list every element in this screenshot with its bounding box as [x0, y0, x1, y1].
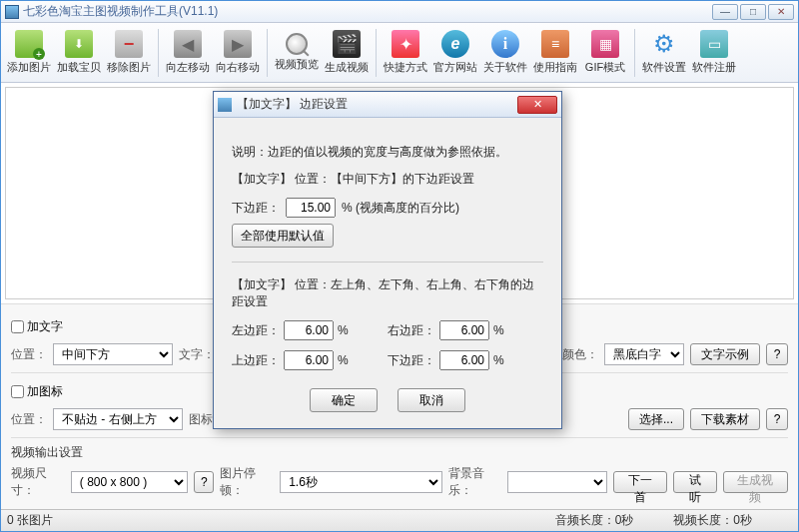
maximize-button[interactable]: □	[740, 4, 766, 20]
icon-help-button[interactable]: ?	[766, 408, 788, 430]
statusbar: 0 张图片 音频长度：0秒 视频长度：0秒	[1, 509, 798, 531]
size-help-button[interactable]: ?	[194, 471, 214, 493]
separator	[634, 29, 635, 77]
right-margin-input[interactable]	[439, 320, 489, 340]
register-icon	[700, 30, 728, 58]
info-icon	[491, 30, 519, 58]
load-icon	[65, 30, 93, 58]
magnifier-icon	[286, 33, 308, 55]
ok-button[interactable]: 确定	[310, 388, 378, 412]
add-text-checkbox[interactable]: 加文字	[11, 318, 63, 335]
dialog-close-button[interactable]: ✕	[517, 96, 557, 114]
bottom2-margin-label: 下边距：	[388, 352, 435, 369]
register-button[interactable]: 软件注册	[690, 26, 738, 80]
clapboard-icon	[333, 30, 361, 58]
globe-icon	[441, 30, 469, 58]
icon-pos-select[interactable]: 不贴边 - 右侧上方	[53, 408, 183, 430]
arrow-left-icon	[174, 30, 202, 58]
size-label: 视频尺寸：	[11, 465, 65, 499]
bgm-select[interactable]	[507, 471, 607, 493]
close-button[interactable]: ✕	[768, 4, 794, 20]
move-left-button[interactable]: 向左移动	[164, 26, 212, 80]
left-margin-label: 左边距：	[232, 322, 280, 339]
bottom2-margin-input[interactable]	[439, 350, 489, 370]
generate-button[interactable]: 生成视频	[323, 26, 371, 80]
size-select[interactable]: ( 800 x 800 )	[71, 471, 189, 493]
try-listen-button[interactable]: 试听	[673, 471, 717, 493]
gif-icon	[591, 30, 619, 58]
add-image-icon	[15, 30, 43, 58]
bottom-margin-label: 下边距：	[232, 200, 280, 217]
remove-icon	[115, 30, 143, 58]
text-color-label: 颜色：	[562, 346, 598, 363]
separator	[158, 29, 159, 77]
toolbar: 添加图片 加载宝贝 移除图片 向左移动 向右移动 视频预览 生成视频 快捷方式 …	[1, 23, 798, 83]
bottom-margin-hint: % (视频高度的百分比)	[342, 200, 459, 217]
dialog-icon	[218, 98, 232, 112]
icon-pos-label: 位置：	[11, 411, 47, 428]
text-color-select[interactable]: 黑底白字	[604, 343, 684, 365]
add-image-button[interactable]: 添加图片	[5, 26, 53, 80]
settings-button[interactable]: 软件设置	[640, 26, 688, 80]
icon-select-button[interactable]: 选择...	[628, 408, 684, 430]
text-pos-select[interactable]: 中间下方	[53, 343, 173, 365]
icon-download-button[interactable]: 下载素材	[690, 408, 760, 430]
remove-image-button[interactable]: 移除图片	[105, 26, 153, 80]
text-label: 文字：	[179, 346, 215, 363]
dialog-desc: 说明：边距的值以视频的宽度与高度做为参照依据。	[232, 144, 543, 161]
gif-mode-button[interactable]: GIF模式	[581, 26, 629, 80]
shortcut-icon	[392, 30, 419, 58]
margin-dialog: 【加文字】 边距设置 ✕ 说明：边距的值以视频的宽度与高度做为参照依据。 【加文…	[213, 91, 562, 429]
titlebar: 七彩色淘宝主图视频制作工具(V11.1) — □ ✕	[1, 1, 798, 23]
use-default-button[interactable]: 全部使用默认值	[232, 224, 334, 248]
bottom-margin-input[interactable]	[286, 198, 336, 218]
top-margin-label: 上边距：	[232, 352, 280, 369]
cancel-button[interactable]: 取消	[398, 388, 465, 412]
generate-video-button[interactable]: 生成视频	[723, 471, 788, 493]
frame-label: 图片停顿：	[220, 465, 274, 499]
arrow-right-icon	[224, 30, 252, 58]
preview-button[interactable]: 视频预览	[273, 26, 321, 80]
frame-select[interactable]: 1.6秒	[280, 471, 441, 493]
website-button[interactable]: 官方网站	[431, 26, 479, 80]
gear-icon	[650, 30, 678, 58]
shortcut-button[interactable]: 快捷方式	[382, 26, 429, 80]
top-margin-input[interactable]	[284, 350, 334, 370]
status-count: 0 张图片	[7, 512, 53, 529]
text-sample-button[interactable]: 文字示例	[690, 343, 760, 365]
bgm-label: 背景音乐：	[448, 465, 502, 499]
dialog-titlebar[interactable]: 【加文字】 边距设置 ✕	[214, 92, 561, 118]
dialog-title: 【加文字】 边距设置	[237, 96, 517, 113]
next-song-button[interactable]: 下一首	[613, 471, 667, 493]
status-audio-length: 音频长度：0秒	[555, 512, 634, 529]
separator	[267, 29, 268, 77]
book-icon	[541, 30, 569, 58]
window-title: 七彩色淘宝主图视频制作工具(V11.1)	[23, 3, 712, 20]
about-button[interactable]: 关于软件	[481, 26, 529, 80]
dialog-section2: 【加文字】 位置：左上角、左下角、右上角、右下角的边距设置	[232, 276, 543, 310]
move-right-button[interactable]: 向右移动	[214, 26, 262, 80]
text-help-button[interactable]: ?	[766, 343, 788, 365]
separator	[376, 29, 377, 77]
right-margin-label: 右边距：	[388, 322, 435, 339]
minimize-button[interactable]: —	[712, 4, 738, 20]
app-icon	[5, 5, 19, 19]
add-icon-checkbox[interactable]: 加图标	[11, 383, 63, 400]
load-item-button[interactable]: 加载宝贝	[55, 26, 103, 80]
text-pos-label: 位置：	[11, 346, 47, 363]
output-title: 视频输出设置	[11, 444, 788, 461]
status-video-length: 视频长度：0秒	[673, 512, 752, 529]
guide-button[interactable]: 使用指南	[531, 26, 579, 80]
dialog-section1: 【加文字】 位置：【中间下方】的下边距设置	[232, 171, 543, 188]
left-margin-input[interactable]	[284, 320, 334, 340]
